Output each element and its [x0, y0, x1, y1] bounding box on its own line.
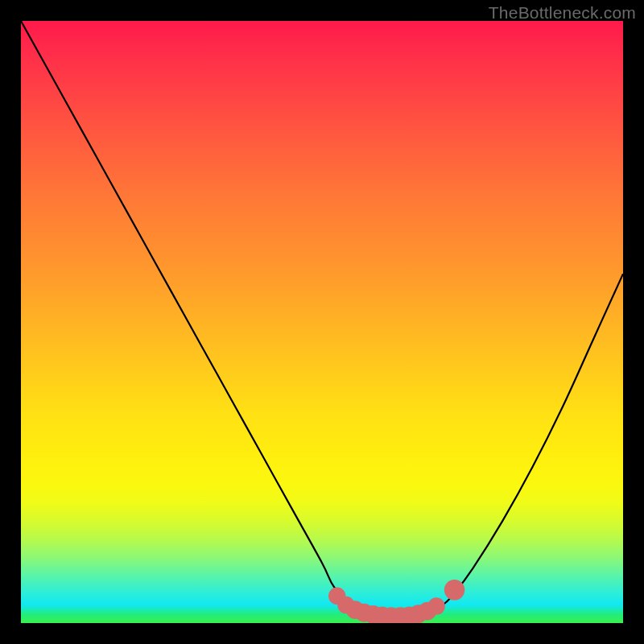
chart-markers	[328, 580, 464, 623]
chart-plot-area	[21, 21, 623, 623]
chart-marker	[444, 580, 465, 601]
chart-frame: TheBottleneck.com	[0, 0, 644, 644]
bottleneck-curve	[21, 21, 623, 617]
chart-svg	[21, 21, 623, 623]
chart-marker	[427, 597, 444, 614]
watermark-text: TheBottleneck.com	[489, 3, 636, 23]
